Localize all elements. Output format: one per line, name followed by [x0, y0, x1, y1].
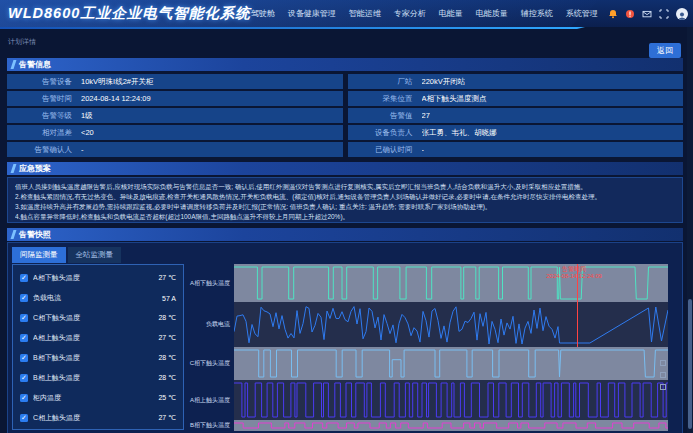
section-header-alarm-info: 告警信息: [7, 58, 683, 71]
info-label: 厂站: [348, 77, 422, 87]
measurement-value: 28 ℃: [158, 354, 176, 362]
info-row: 告警值 27: [348, 108, 684, 123]
nav-item[interactable]: 专家分析: [394, 8, 426, 19]
info-value: 张工勇、韦礼、胡晓娜: [422, 128, 497, 138]
checkbox-checked-icon[interactable]: [20, 354, 28, 362]
checkbox-checked-icon[interactable]: [20, 334, 28, 342]
alarm-icon[interactable]: [625, 9, 635, 19]
toolbox-save-icon[interactable]: [660, 384, 666, 390]
section-header-alarm-snapshot: 告警快照: [7, 228, 683, 241]
measurement-row[interactable]: B相上触头温度 28 ℃: [13, 368, 183, 388]
chart-band: 负载电流: [188, 302, 668, 347]
alarm-info-table: 告警设备 10kV明珠I线2#开关柜 告警时间 2024-08-14 12:24…: [7, 74, 683, 157]
measurement-row[interactable]: B相下触头温度 28 ℃: [13, 348, 183, 368]
nav-item[interactable]: 辅控系统: [521, 8, 553, 19]
breadcrumb: 计划详情: [8, 37, 36, 47]
chart-band: B相下触头温度: [188, 420, 668, 431]
band-axis-label: A相上触头温度: [188, 380, 234, 420]
plan-line: 2.检查触头紧固情况,有无过热变色、异味及放电痕迹,检查开关柜通风散热情况,开关…: [15, 192, 675, 202]
section-accent-icon: [11, 164, 17, 173]
info-row: 告警确认人 -: [7, 142, 343, 157]
measurement-row[interactable]: A相下触头温度 27 ℃: [13, 268, 183, 288]
info-row: 告警时间 2024-08-14 12:24:09: [7, 91, 343, 106]
measurement-row[interactable]: C相下触头温度 28 ℃: [13, 308, 183, 328]
info-value: -: [422, 145, 425, 154]
measurement-row[interactable]: C相上触头温度 27 ℃: [13, 408, 183, 428]
band-axis-label: A相下触头温度: [188, 264, 234, 302]
measurement-value: 25 ℃: [158, 394, 176, 402]
info-label: 设备负责人: [348, 128, 422, 138]
info-label: 采集位置: [348, 94, 422, 104]
info-label: 告警确认人: [7, 145, 81, 155]
info-row: 相对温差 <20: [7, 125, 343, 140]
plan-line: 3.如温度持续升高并有发展趋势,需持续跟踪监视,必要时申请调度转移负荷并及时汇报…: [15, 202, 675, 212]
nav-item[interactable]: 电能量: [439, 8, 463, 19]
alarm-info-left-column: 告警设备 10kV明珠I线2#开关柜 告警时间 2024-08-14 12:24…: [7, 74, 343, 157]
info-row: 告警设备 10kV明珠I线2#开关柜: [7, 74, 343, 89]
info-value: -: [81, 145, 84, 154]
toolbox-restore-icon[interactable]: [660, 372, 666, 378]
series-line: [234, 380, 668, 420]
chart-band: A相上触头温度: [188, 380, 668, 420]
page-scrollbar-thumb[interactable]: [688, 299, 692, 429]
band-plot-area: [234, 420, 668, 431]
info-row: 采集位置 A相下触头温度测点: [348, 91, 684, 106]
measurement-row[interactable]: A相上触头温度 27 ℃: [13, 328, 183, 348]
bell-icon[interactable]: [608, 9, 618, 19]
snapshot-tabs: 间隔监测量 全站监测量: [12, 247, 121, 263]
checkbox-checked-icon[interactable]: [20, 314, 28, 322]
plan-line: 值班人员接到触头温度越限告警后,应核对现场实际负载与告警信息是否一致; 确认后,…: [15, 182, 675, 192]
band-axis-label: C相下触头温度: [188, 347, 234, 380]
back-button[interactable]: 返回: [649, 43, 681, 58]
app-header: WLD8600工业企业电气智能化系统 驾驶舱 设备健康管理 智能运维 专家分析 …: [0, 0, 693, 27]
info-value: 1级: [81, 111, 93, 121]
info-label: 告警等级: [7, 111, 81, 121]
nav-item[interactable]: 电能质量: [476, 8, 508, 19]
toolbox-zoom-icon[interactable]: [660, 360, 666, 366]
avatar[interactable]: [676, 8, 688, 20]
nav-item[interactable]: 智能运维: [349, 8, 381, 19]
checkbox-checked-icon[interactable]: [20, 394, 28, 402]
measurement-label: 负载电流: [33, 293, 162, 303]
info-label: 告警值: [348, 111, 422, 121]
band-axis-label: 负载电流: [188, 302, 234, 347]
measurement-value: 28 ℃: [158, 314, 176, 322]
chart-band: A相下触头温度: [188, 264, 668, 302]
nav-item[interactable]: 驾驶舱: [251, 8, 275, 19]
band-plot-area: [234, 347, 668, 380]
measurement-row[interactable]: 负载电流 57 A: [13, 288, 183, 308]
measurement-row[interactable]: 柜内温度 25 ℃: [13, 388, 183, 408]
info-value: <20: [81, 128, 94, 137]
info-value: A相下触头温度测点: [422, 94, 487, 104]
measurement-label: 柜内温度: [33, 393, 158, 403]
snapshot-tab[interactable]: 间隔监测量: [12, 247, 66, 263]
band-axis-label: B相下触头温度: [188, 420, 234, 431]
checkbox-checked-icon[interactable]: [20, 374, 28, 382]
header-underline: [0, 27, 585, 29]
checkbox-checked-icon[interactable]: [20, 294, 28, 302]
checkbox-checked-icon[interactable]: [20, 274, 28, 282]
alarm-info-right-column: 厂站 220kV开闭站 采集位置 A相下触头温度测点 告警值 27 设备负责人 …: [348, 74, 684, 157]
section-title: 告警快照: [19, 229, 51, 240]
info-row: 告警等级 1级: [7, 108, 343, 123]
nav-item[interactable]: 系统管理: [566, 8, 598, 19]
mail-icon[interactable]: [642, 9, 652, 19]
nav-item[interactable]: 设备健康管理: [288, 8, 336, 19]
series-line: [234, 347, 668, 380]
section-title: 应急预案: [19, 163, 51, 174]
alarm-snapshot-panel: 间隔监测量 全站监测量 A相下触头温度 27 ℃ 负载电流 57 A C相下触头…: [7, 242, 683, 433]
measurement-value: 27 ℃: [158, 334, 176, 342]
measurement-label: C相上触头温度: [33, 413, 158, 423]
page-scrollbar: [687, 27, 693, 433]
checkbox-checked-icon[interactable]: [20, 414, 28, 422]
header-icons: WLD: [608, 8, 693, 20]
band-plot-area: [234, 302, 668, 347]
snapshot-tab[interactable]: 全站监测量: [68, 247, 122, 263]
series-line: [234, 420, 668, 431]
fullscreen-icon[interactable]: [659, 9, 669, 19]
info-label: 告警时间: [7, 94, 81, 104]
info-value: 2024-08-14 12:24:09: [81, 94, 151, 103]
measurement-label: A相上触头温度: [33, 333, 158, 343]
measurement-label: C相下触头温度: [33, 313, 158, 323]
info-value: 27: [422, 111, 430, 120]
